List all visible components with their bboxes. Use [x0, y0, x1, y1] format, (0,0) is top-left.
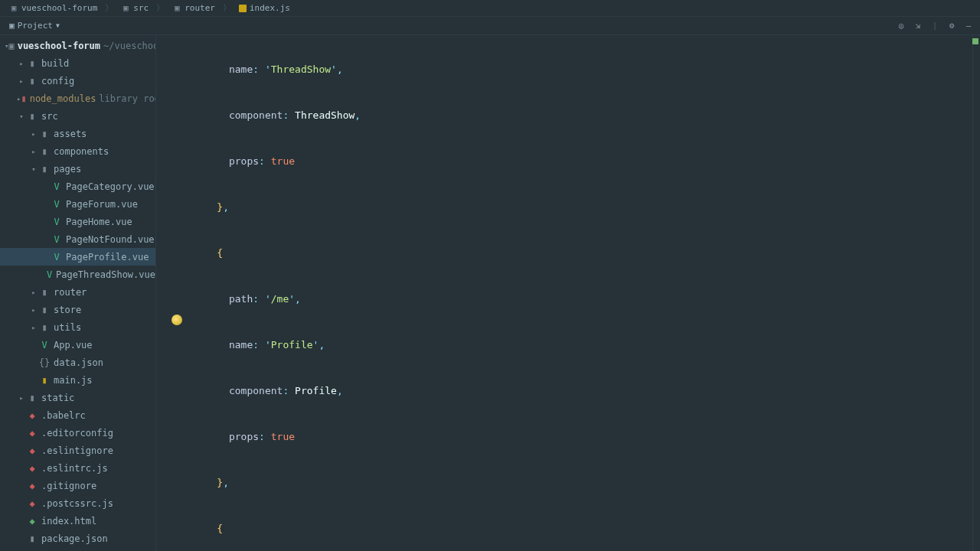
tree-folder-node-modules[interactable]: ▸ ▮ node_modules library root — [0, 90, 155, 107]
tree-file-pageforum[interactable]: V PageForum.vue — [0, 195, 155, 213]
vue-file-icon: V — [51, 252, 63, 262]
breadcrumb-separator: 〉 — [155, 0, 166, 16]
tree-label: PageProfile.vue — [66, 252, 149, 262]
tree-file-editorconfig[interactable]: ◆ .editorconfig — [0, 424, 155, 442]
collapse-all-icon[interactable]: ⇲ — [911, 19, 925, 33]
tree-root[interactable]: ▾ ▣ vueschool-forum ~/vueschool/v — [0, 37, 155, 54]
breadcrumb-separator: 〉 — [221, 0, 233, 16]
config-file-icon: ◆ — [26, 410, 38, 421]
chevron-right-icon: ▸ — [29, 130, 38, 138]
tree-label: static — [41, 393, 74, 403]
tree-folder-utils[interactable]: ▸ ▮ utils — [0, 318, 155, 336]
breadcrumb-file[interactable]: index.js — [233, 0, 296, 16]
tree-file-data-json[interactable]: {} data.json — [0, 354, 155, 371]
tree-file-postcssrc[interactable]: ◆ .postcssrc.js — [0, 494, 155, 512]
tree-folder-router[interactable]: ▸ ▮ router — [0, 283, 155, 301]
folder-icon: ▮ — [38, 305, 51, 315]
tree-file-pagethreadshow[interactable]: V PageThreadShow.vue — [0, 266, 155, 283]
breadcrumb-label: vueschool-forum — [21, 3, 97, 13]
folder-icon: ▮ — [26, 58, 38, 69]
tree-folder-store[interactable]: ▸ ▮ store — [0, 301, 155, 318]
folder-icon: ▮ — [38, 287, 51, 298]
tree-file-pagenotfound[interactable]: V PageNotFound.vue — [0, 230, 155, 248]
hide-panel-icon[interactable]: — — [962, 19, 975, 33]
tree-folder-static[interactable]: ▸ ▮ static — [0, 389, 155, 406]
tree-file-babelrc[interactable]: ◆ .babelrc — [0, 406, 155, 424]
tree-label: build — [41, 58, 69, 69]
breadcrumb-label: src — [133, 3, 149, 13]
navigation-bar: ▣ vueschool-forum 〉 ▣ src 〉 ▣ router 〉 i… — [0, 0, 980, 17]
tree-folder-config[interactable]: ▸ ▮ config — [0, 72, 155, 90]
vue-file-icon: V — [46, 269, 53, 280]
tree-label: .eslintrc.js — [41, 463, 108, 474]
tree-folder-build[interactable]: ▸ ▮ build — [0, 54, 155, 72]
folder-icon: ▮ — [38, 146, 51, 157]
breadcrumb-project[interactable]: ▣ vueschool-forum — [3, 0, 103, 16]
tree-label: router — [54, 287, 87, 298]
tree-file-main-js[interactable]: ▮ main.js — [0, 371, 155, 389]
tree-label: .gitignore — [41, 481, 96, 491]
tree-file-eslintrc[interactable]: ◆ .eslintrc.js — [0, 459, 155, 477]
folder-icon: ▮ — [26, 111, 38, 122]
tree-label: main.js — [54, 375, 93, 386]
tree-folder-components[interactable]: ▸ ▮ components — [0, 142, 155, 160]
tree-label: pages — [54, 164, 81, 174]
chevron-right-icon: ▸ — [17, 394, 26, 402]
tree-label: package.json — [41, 533, 108, 544]
tree-file-pagecategory[interactable]: V PageCategory.vue — [0, 178, 155, 195]
tree-folder-src[interactable]: ▾ ▮ src — [0, 107, 155, 125]
tree-label: index.html — [41, 516, 96, 527]
settings-icon[interactable]: ⚙ — [945, 19, 959, 33]
tree-label: PageNotFound.vue — [66, 234, 155, 245]
tree-label: App.vue — [54, 340, 93, 350]
folder-icon: ▮ — [38, 322, 51, 333]
code-editor[interactable]: name: 'ThreadShow', component: ThreadSho… — [156, 35, 980, 551]
tree-label: store — [54, 305, 81, 315]
config-file-icon: ◆ — [26, 463, 38, 474]
vue-file-icon: V — [51, 181, 63, 192]
tree-label: .editorconfig — [41, 428, 113, 439]
chevron-down-icon: ▾ — [29, 165, 38, 173]
tree-folder-pages[interactable]: ▾ ▮ pages — [0, 160, 155, 178]
analysis-indicator-icon[interactable] — [972, 38, 978, 44]
code-content[interactable]: name: 'ThreadShow', component: ThreadSho… — [193, 35, 972, 551]
tree-label: utils — [54, 322, 81, 333]
chevron-right-icon: ▸ — [29, 148, 38, 155]
project-view-selector[interactable]: ▣ Project ▼ — [5, 19, 64, 32]
tree-label: .babelrc — [41, 410, 86, 421]
breadcrumb-src[interactable]: ▣ src — [115, 0, 155, 16]
folder-icon: ▮ — [38, 164, 51, 174]
tree-file-eslintignore[interactable]: ◆ .eslintignore — [0, 442, 155, 459]
json-file-icon: ▮ — [26, 533, 38, 544]
divider-icon: | — [928, 19, 942, 33]
breadcrumb-router[interactable]: ▣ router — [166, 0, 221, 16]
chevron-right-icon: ▸ — [29, 324, 38, 331]
locate-file-icon[interactable]: ◎ — [894, 19, 908, 33]
project-view-label: Project — [18, 21, 53, 31]
config-file-icon: ◆ — [26, 498, 38, 509]
js-file-icon: ▮ — [38, 375, 51, 386]
tree-hint: library root — [99, 93, 156, 104]
tree-file-pageprofile[interactable]: V PageProfile.vue — [0, 248, 155, 266]
js-file-icon — [239, 5, 247, 12]
project-tree[interactable]: ▾ ▣ vueschool-forum ~/vueschool/v ▸ ▮ bu… — [0, 35, 156, 551]
tree-folder-assets[interactable]: ▸ ▮ assets — [0, 125, 155, 142]
vue-file-icon: V — [38, 340, 51, 350]
folder-icon: ▮ — [26, 393, 38, 403]
tree-file-pagehome[interactable]: V PageHome.vue — [0, 213, 155, 230]
project-icon: ▣ — [9, 21, 15, 31]
excluded-folder-icon: ▮ — [21, 93, 26, 104]
tree-label: node_modules — [30, 93, 96, 104]
tree-file-package-json[interactable]: ▮ package.json — [0, 530, 155, 547]
breadcrumb-separator: 〉 — [103, 0, 115, 16]
tree-file-app-vue[interactable]: V App.vue — [0, 336, 155, 354]
lightbulb-icon[interactable] — [172, 315, 182, 325]
chevron-right-icon: ▸ — [17, 77, 26, 85]
json-file-icon: {} — [38, 357, 51, 368]
tree-label: vueschool-forum — [18, 41, 100, 51]
tree-label: PageForum.vue — [66, 199, 138, 210]
tree-file-index-html[interactable]: ◆ index.html — [0, 512, 155, 530]
config-file-icon: ◆ — [26, 445, 38, 456]
editor-markers-strip[interactable] — [972, 35, 980, 551]
tree-file-gitignore[interactable]: ◆ .gitignore — [0, 477, 155, 494]
